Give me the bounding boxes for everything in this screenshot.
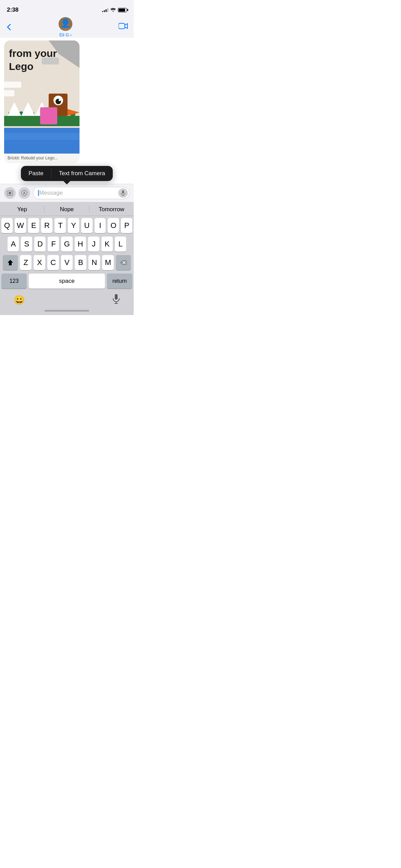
space-key[interactable]: space bbox=[29, 274, 105, 289]
menu-arrow bbox=[63, 181, 70, 184]
contact-name: Eli G bbox=[59, 32, 69, 37]
svg-point-29 bbox=[59, 99, 61, 101]
svg-rect-5 bbox=[65, 24, 68, 26]
key-row-3: Z X C V B N M bbox=[1, 255, 132, 270]
battery-icon bbox=[118, 8, 127, 12]
contact-name-row[interactable]: Eli G › bbox=[59, 32, 72, 37]
key-n[interactable]: N bbox=[88, 255, 100, 270]
avatar bbox=[59, 17, 72, 31]
emoji-icon: 😀 bbox=[14, 295, 25, 305]
key-a[interactable]: A bbox=[8, 237, 19, 252]
svg-text:A: A bbox=[23, 191, 26, 195]
chevron-icon: › bbox=[70, 32, 71, 37]
svg-point-2 bbox=[61, 26, 70, 31]
emoji-button[interactable]: 😀 bbox=[14, 295, 25, 305]
key-h[interactable]: H bbox=[75, 237, 86, 252]
key-b[interactable]: B bbox=[75, 255, 86, 270]
key-l[interactable]: L bbox=[115, 237, 126, 252]
message-input-wrapper[interactable]: Message bbox=[33, 187, 130, 199]
key-y[interactable]: Y bbox=[68, 218, 79, 233]
key-j[interactable]: J bbox=[88, 237, 99, 252]
svg-text:from your: from your bbox=[9, 48, 57, 59]
home-bar bbox=[45, 310, 89, 312]
svg-point-1 bbox=[63, 20, 68, 25]
appstore-button[interactable]: A bbox=[19, 187, 30, 199]
paste-menu-item[interactable]: Paste bbox=[21, 166, 51, 181]
predictive-nope[interactable]: Nope bbox=[45, 205, 89, 214]
key-d[interactable]: D bbox=[34, 237, 46, 252]
svg-rect-32 bbox=[4, 128, 80, 154]
bottom-toolbar: 😀 bbox=[0, 291, 134, 308]
svg-rect-33 bbox=[4, 133, 80, 140]
key-row-1: Q W E R T Y U I O P bbox=[1, 218, 132, 233]
svg-text:Lego: Lego bbox=[9, 61, 34, 72]
svg-rect-43 bbox=[115, 294, 118, 300]
key-g[interactable]: G bbox=[61, 237, 72, 252]
key-f[interactable]: F bbox=[48, 237, 59, 252]
key-m[interactable]: M bbox=[102, 255, 114, 270]
context-menu: Paste Text from Camera bbox=[21, 166, 113, 181]
svg-rect-37 bbox=[122, 190, 124, 194]
keys-container: Q W E R T Y U I O P A S D F G H J K L bbox=[0, 216, 134, 270]
status-time: 2:38 bbox=[7, 7, 19, 13]
svg-rect-6 bbox=[119, 23, 125, 29]
key-p[interactable]: P bbox=[121, 218, 132, 233]
key-o[interactable]: O bbox=[108, 218, 119, 233]
keyboard: Yep Nope Tomorrow Q W E R T Y U I O P A … bbox=[0, 202, 134, 315]
text-from-camera-menu-item[interactable]: Text from Camera bbox=[51, 166, 113, 181]
numbers-key[interactable]: 123 bbox=[1, 274, 27, 289]
key-s[interactable]: S bbox=[21, 237, 32, 252]
message-input-bar: A Message bbox=[0, 184, 134, 202]
shift-key[interactable] bbox=[3, 255, 18, 270]
bottom-key-row: 123 space return bbox=[0, 274, 134, 291]
context-menu-container: Paste Text from Camera bbox=[0, 166, 134, 181]
return-key[interactable]: return bbox=[107, 274, 132, 289]
wifi-icon bbox=[110, 8, 116, 13]
signal-icon bbox=[102, 8, 108, 12]
key-r[interactable]: R bbox=[41, 218, 52, 233]
key-x[interactable]: X bbox=[34, 255, 45, 270]
video-call-button[interactable] bbox=[119, 23, 128, 32]
key-row-2: A S D F G H J K L bbox=[1, 237, 132, 252]
svg-marker-40 bbox=[8, 260, 13, 265]
key-k[interactable]: K bbox=[101, 237, 113, 252]
key-v[interactable]: V bbox=[61, 255, 73, 270]
text-cursor bbox=[38, 190, 39, 196]
svg-point-4 bbox=[66, 22, 68, 23]
svg-rect-31 bbox=[40, 107, 57, 124]
key-w[interactable]: W bbox=[15, 218, 26, 233]
audio-button[interactable] bbox=[118, 188, 128, 198]
delete-key[interactable] bbox=[116, 255, 131, 270]
svg-point-3 bbox=[64, 22, 65, 23]
predictive-yep[interactable]: Yep bbox=[0, 205, 44, 214]
key-q[interactable]: Q bbox=[1, 218, 13, 233]
nav-header: Eli G › bbox=[0, 16, 134, 38]
lego-image: from your Lego bbox=[4, 40, 80, 154]
key-z[interactable]: Z bbox=[20, 255, 32, 270]
message-area: from your Lego bbox=[0, 40, 134, 181]
status-icons bbox=[102, 8, 127, 13]
back-button[interactable] bbox=[5, 22, 12, 32]
key-c[interactable]: C bbox=[47, 255, 59, 270]
svg-rect-12 bbox=[4, 82, 21, 88]
svg-rect-13 bbox=[4, 90, 14, 96]
svg-rect-11 bbox=[42, 58, 59, 64]
key-u[interactable]: U bbox=[81, 218, 93, 233]
status-bar: 2:38 bbox=[0, 0, 134, 16]
predictive-tomorrow[interactable]: Tomorrow bbox=[89, 205, 134, 214]
message-placeholder: Message bbox=[39, 190, 63, 196]
microphone-button[interactable] bbox=[112, 294, 120, 306]
image-caption: Brickit: Rebuild your Lego... bbox=[4, 154, 80, 163]
key-t[interactable]: T bbox=[54, 218, 66, 233]
contact-info: Eli G › bbox=[59, 17, 72, 37]
home-indicator bbox=[0, 308, 134, 315]
key-i[interactable]: I bbox=[95, 218, 106, 233]
predictive-row: Yep Nope Tomorrow bbox=[0, 202, 134, 216]
image-message-bubble: from your Lego bbox=[4, 40, 80, 163]
camera-button[interactable] bbox=[4, 187, 16, 199]
key-e[interactable]: E bbox=[28, 218, 39, 233]
